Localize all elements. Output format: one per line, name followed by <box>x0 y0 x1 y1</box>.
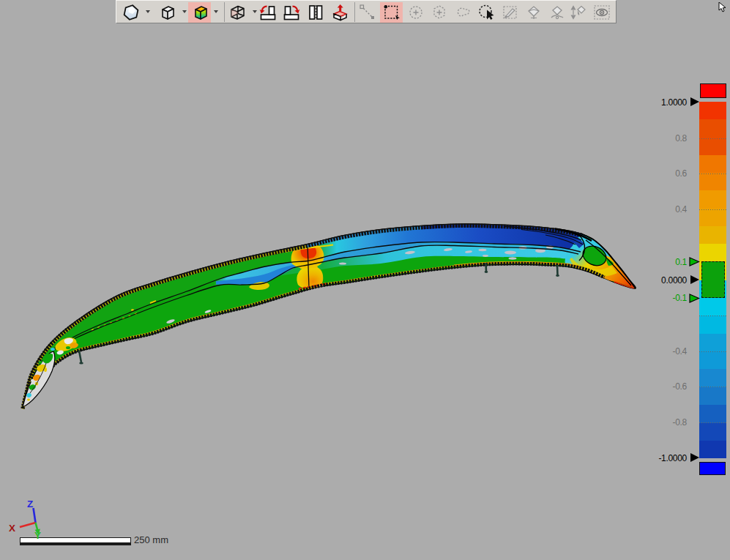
svg-text:Z: Z <box>27 499 33 509</box>
svg-text:Y: Y <box>34 530 41 541</box>
svg-text:X: X <box>9 523 15 534</box>
